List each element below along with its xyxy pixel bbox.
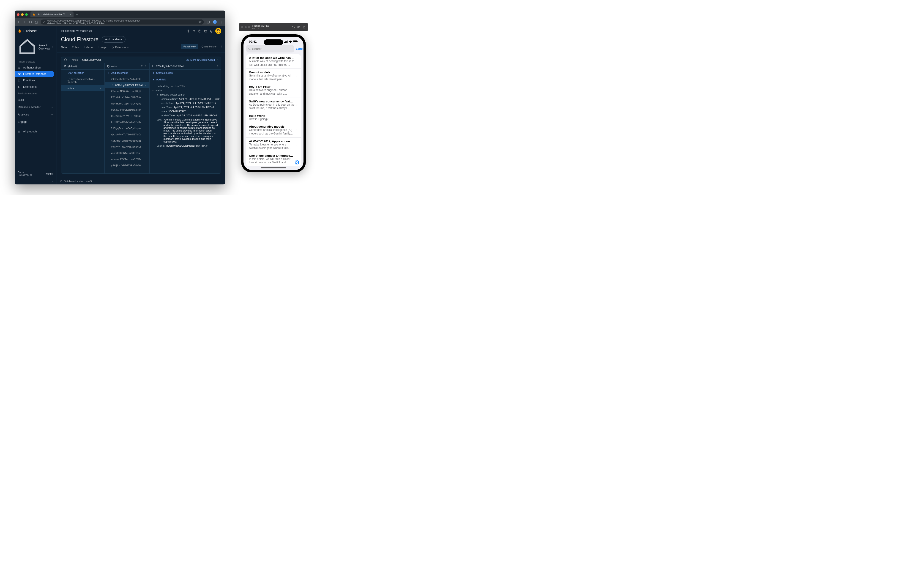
note-item[interactable]: A lot of the code we write has to de…A s…	[246, 54, 301, 69]
home-indicator[interactable]	[261, 167, 286, 168]
document-item[interactable]: w5z7CXDqGAeuuKOe1MuJ	[105, 150, 149, 156]
collections-column: (default) Start collection _firestore-ve…	[61, 63, 105, 173]
sidebar: Firebase Project Overview Project shortc…	[15, 26, 57, 185]
category-build[interactable]: Build	[15, 96, 57, 104]
compose-icon[interactable]	[294, 160, 299, 165]
svg-point-36	[217, 67, 218, 68]
url-bar[interactable]: console.firebase.google.com/project/pfr-…	[41, 20, 204, 24]
close-dot[interactable]	[17, 13, 20, 16]
sidebar-item-extensions[interactable]: Extensions	[15, 84, 57, 90]
users-icon	[18, 66, 21, 69]
filter-icon[interactable]	[140, 65, 143, 68]
add-field[interactable]: Add field	[150, 76, 221, 83]
document-item[interactable]: li5gqJcNtHeQmJyLkpea	[105, 125, 149, 132]
start-collection-1[interactable]: Start collection	[61, 70, 105, 76]
project-selector[interactable]: pfr-codelab-fvs-mobile-01	[61, 29, 95, 33]
window-controls[interactable]	[17, 13, 28, 16]
category-release[interactable]: Release & Monitor	[15, 104, 57, 111]
add-document[interactable]: Add document	[105, 70, 149, 76]
profile-avatar[interactable]	[213, 20, 217, 24]
project-overview[interactable]: Project Overview	[15, 36, 57, 58]
tab-indexes[interactable]: Indexes	[84, 44, 93, 52]
browser-tab[interactable]: pfr-codelab-fvs-mobile-01 - ×	[30, 12, 74, 17]
search-input[interactable]	[252, 47, 292, 51]
home-icon[interactable]	[35, 20, 38, 24]
tab-extensions[interactable]: Extensions	[111, 44, 129, 52]
collapse-sidebar-icon[interactable]	[51, 180, 54, 183]
tab-usage[interactable]: Usage	[99, 44, 106, 52]
document-item[interactable]: tVKnHcjvwlnhOoe09VB3	[105, 138, 149, 144]
panel-view-button[interactable]: Panel view	[181, 44, 198, 49]
extensions-icon[interactable]	[207, 20, 210, 24]
simulator-titlebar: iPhone 15 Pro iOS 17.4	[239, 23, 308, 31]
query-builder-button[interactable]: Query builder	[202, 45, 217, 48]
close-tab-icon[interactable]: ×	[70, 13, 71, 16]
document-item[interactable]: kbJJPFafXmb5utuCFWOx	[105, 119, 149, 125]
category-engage[interactable]: Engage	[15, 118, 57, 126]
svg-point-9	[18, 131, 19, 131]
kebab-menu-icon[interactable]	[220, 45, 223, 48]
site-info-icon[interactable]	[43, 21, 46, 23]
note-item[interactable]: About generative modelsGenerative artifi…	[246, 123, 301, 137]
collection-vector-search[interactable]: _firestore-vector-search	[61, 76, 105, 85]
cancel-button[interactable]: Cancel	[296, 47, 303, 51]
sim-window-controls[interactable]	[241, 26, 250, 28]
sidebar-item-firestore[interactable]: Firestore Database	[15, 71, 54, 77]
bookmark-star-icon[interactable]	[199, 21, 202, 24]
min-dot[interactable]	[21, 13, 24, 16]
user-avatar[interactable]: 🧑	[215, 28, 221, 34]
note-item[interactable]: At WWDC 2019, Apple announced…To make it…	[246, 138, 301, 152]
document-item[interactable]: wHaeorE0CIedtWaCIBMr	[105, 156, 149, 162]
document-item[interactable]: vzsrfrTsa6thBSpapN6l	[105, 144, 149, 150]
document-item[interactable]: y26jksfYBSd83Rv30sWY	[105, 162, 149, 168]
theme-icon[interactable]	[187, 29, 190, 33]
document-item[interactable]: OUJsdQa6vLV4T8IqR6ak	[105, 113, 149, 119]
modify-plan-button[interactable]: Modify	[46, 172, 53, 175]
document-item[interactable]: EB2Yh9xw1S6ecCBlC7Ae	[105, 95, 149, 101]
add-database-button[interactable]: Add database	[102, 36, 126, 43]
gear-icon[interactable]	[52, 46, 53, 48]
crumb-notes[interactable]: notes	[72, 59, 78, 61]
help-icon[interactable]	[198, 29, 202, 33]
note-item[interactable]: Swift's new concurrency features…As Doug…	[246, 98, 301, 112]
kebab-menu-icon[interactable]	[144, 65, 147, 68]
max-dot[interactable]	[25, 13, 28, 16]
note-item[interactable]: Gemini modelsGemini is a family of gener…	[246, 69, 301, 83]
note-item[interactable]: Hey! I am PeterI'm a software engineer, …	[246, 83, 301, 98]
document-item[interactable]: qWzv0FyKTqYl0wR8YaCc	[105, 132, 149, 138]
tab-rules[interactable]: Rules	[72, 44, 79, 52]
kebab-menu-icon[interactable]	[216, 65, 219, 68]
category-analytics[interactable]: Analytics	[15, 111, 57, 118]
document-item[interactable]: 243ee9h6kpv7Zzdxdo9D	[105, 76, 149, 82]
releases-icon[interactable]	[204, 29, 207, 33]
forward-icon[interactable]	[23, 20, 26, 24]
breadcrumb-home-icon[interactable]	[64, 58, 67, 62]
tab-title: pfr-codelab-fvs-mobile-01 -	[37, 13, 67, 16]
back-icon[interactable]	[17, 20, 20, 24]
note-item[interactable]: Hello WorldHow is it going?	[246, 112, 301, 123]
firebase-logo[interactable]: Firebase	[15, 26, 57, 36]
start-collection-3[interactable]: Start collection	[150, 70, 221, 76]
document-item[interactable]: CMucncMB0a6mtHuoD2ji	[105, 88, 149, 95]
sim-share-icon[interactable]	[303, 26, 306, 29]
sim-home-icon[interactable]	[292, 26, 295, 29]
tab-data[interactable]: Data	[61, 44, 67, 52]
note-item[interactable]: One of the biggest announcements…In this…	[246, 152, 301, 166]
document-item[interactable]: OSGYXPF4F2K6NWmS3Rbh	[105, 107, 149, 113]
sidebar-item-authentication[interactable]: Authentication	[15, 65, 57, 71]
reload-icon[interactable]	[29, 20, 32, 24]
kebab-menu-icon[interactable]	[220, 20, 223, 24]
more-in-google-cloud[interactable]: More in Google Cloud	[186, 59, 218, 62]
crumb-doc[interactable]: 6ZDaUg9t4VO5l.	[82, 59, 102, 61]
search-field[interactable]	[246, 45, 294, 53]
sim-screenshot-icon[interactable]	[297, 26, 300, 29]
collection-notes[interactable]: notes	[61, 85, 105, 91]
document-item[interactable]: 6ZDaUg9t4VO5lbPREAIL	[105, 82, 149, 88]
notifications-icon[interactable]	[210, 29, 213, 33]
all-products[interactable]: All products	[15, 128, 57, 135]
sidebar-item-functions[interactable]: Functions	[15, 77, 57, 84]
document-item[interactable]: MI4YKm6Olapw7aLWVyDZ	[105, 101, 149, 107]
sparkle-icon[interactable]	[192, 29, 196, 33]
documents-icon	[107, 65, 110, 68]
new-tab-button[interactable]: +	[76, 12, 78, 17]
